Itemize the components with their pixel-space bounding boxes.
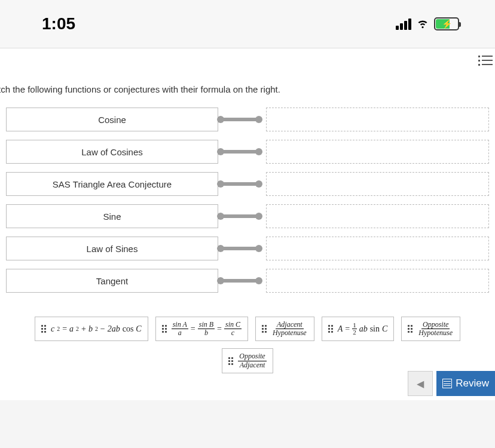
drop-target[interactable] [266,140,489,164]
drag-grip-icon [162,325,167,333]
instruction-text: tch the following functions or conjectur… [0,84,495,108]
drop-target[interactable] [266,108,489,131]
status-bar: 1:05 ⚡ [0,0,495,48]
term-cosine: Cosine [6,108,218,131]
match-row: Sine [6,204,489,228]
term-law-of-cosines: Law of Cosines [6,140,218,164]
chip-law-of-cosines-formula[interactable]: c2 = a2 + b2 − 2ab cos C [35,317,148,341]
connector-handle[interactable] [218,214,261,218]
list-menu-button[interactable] [478,53,493,67]
term-tangent: Tangent [6,269,218,293]
drag-grip-icon [408,325,412,333]
connector-handle[interactable] [218,247,261,250]
drop-target[interactable] [266,237,489,260]
review-list-icon [442,379,452,388]
drag-grip-icon [41,325,46,333]
battery-charging-icon: ⚡ [434,17,459,30]
chip-sas-area-formula[interactable]: A = 12 ab sin C [322,317,395,341]
wifi-icon [416,16,429,32]
drag-grip-icon [228,357,233,365]
cellular-signal-icon [396,19,411,30]
drop-target[interactable] [266,172,489,196]
connector-handle[interactable] [218,279,261,283]
previous-button[interactable]: ◀ [408,371,433,396]
connector-handle[interactable] [218,150,261,154]
match-row: SAS Triangle Area Conjecture [6,172,489,196]
match-row: Tangent [6,269,489,293]
term-sas-conjecture: SAS Triangle Area Conjecture [6,172,218,196]
footer-nav: ◀ Review [408,367,495,400]
match-row: Cosine [6,108,489,131]
chevron-left-icon: ◀ [417,378,424,389]
drag-grip-icon [328,325,333,333]
connector-handle[interactable] [218,118,261,121]
review-button[interactable]: Review [436,371,495,396]
term-sine: Sine [6,204,218,228]
connector-handle[interactable] [218,182,261,186]
term-law-of-sines: Law of Sines [6,237,218,260]
match-row: Law of Sines [6,237,489,260]
matching-area: Cosine Law of Cosines SAS Triangle Area … [0,108,495,293]
drop-target[interactable] [266,204,489,228]
chip-cosine-definition[interactable]: AdjacentHypotenuse [255,317,314,341]
question-content: tch the following functions or conjectur… [0,48,495,400]
drag-grip-icon [262,325,267,333]
status-icons: ⚡ [396,16,459,32]
match-row: Law of Cosines [6,140,489,164]
chip-sine-definition[interactable]: OppositeHypotenuse [401,317,460,341]
status-time: 1:05 [42,14,75,33]
drop-target[interactable] [266,269,489,293]
review-label: Review [456,378,489,389]
chip-law-of-sines-formula[interactable]: sin Aa = sin Bb = sin Cc [155,317,248,341]
chip-tangent-definition[interactable]: OppositeAdjacent [222,348,273,373]
